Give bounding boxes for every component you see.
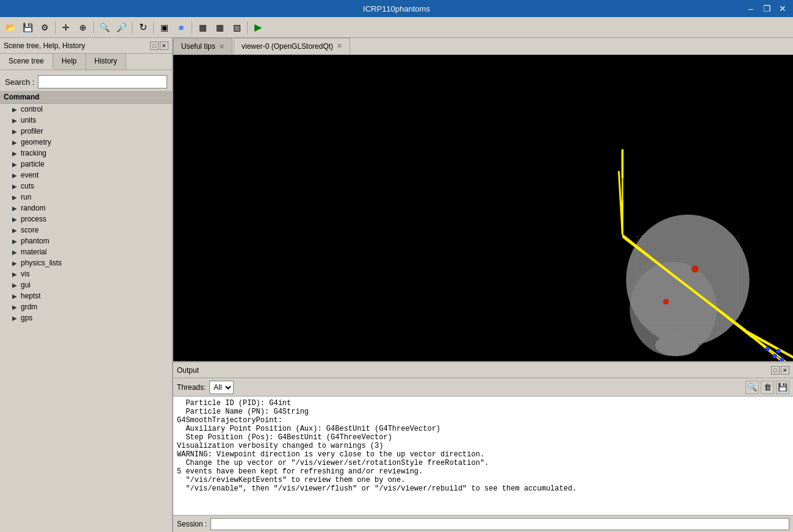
tree-item-physics-lists[interactable]: ▶physics_lists [0,257,172,268]
search-output-button[interactable]: 🔍 [745,381,759,394]
tree-item-random[interactable]: ▶random [0,203,172,214]
main-layout: Scene tree, Help, History □ ✕ Scene tree… [0,38,793,532]
tree-item-grdm[interactable]: ▶grdm [0,301,172,312]
tab-scene-tree[interactable]: Scene tree [0,54,53,70]
view1-button[interactable]: ▦ [195,20,210,35]
tree-item-heptst[interactable]: ▶heptst [0,290,172,301]
output-panel: Output □ ✕ Threads: All 🔍 🗑 💾 Particle I… [173,361,793,532]
arrow-icon: ▶ [12,150,18,157]
arrow-icon: ▶ [12,304,18,311]
main-toolbar: 📂 💾 ⚙ ✛ ⊕ 🔍 🔎 ↻ ▣ ■ ▦ ▦ ▧ ▶ [0,17,793,38]
tree-item-geometry[interactable]: ▶geometry [0,137,172,148]
left-panel: Scene tree, Help, History □ ✕ Scene tree… [0,38,173,532]
target-button[interactable]: ⊕ [75,20,91,35]
search-input[interactable] [38,75,167,88]
zoom-out-button[interactable]: 🔍 [96,20,112,35]
threads-label: Threads: [177,383,206,392]
separator-5 [192,21,192,34]
arrow-icon: ▶ [12,205,18,212]
arrow-icon: ▶ [12,282,18,289]
restore-button[interactable]: ❐ [761,3,772,14]
output-float-button[interactable]: □ [771,366,780,375]
tree-item-gui[interactable]: ▶gui [0,279,172,290]
rotate-button[interactable]: ↻ [135,20,151,35]
viewer-tab-label: Useful tips [181,42,215,51]
box-wire-button[interactable]: ▣ [156,20,172,35]
panel-header-buttons: □ ✕ [150,41,168,50]
tree-item-score[interactable]: ▶score [0,225,172,235]
play-button[interactable]: ▶ [250,20,266,35]
viewer-tabs: Useful tips ✕ viewer-0 (OpenGLStoredQt) … [173,38,793,55]
clear-output-button[interactable]: 🗑 [761,381,774,394]
left-panel-tabs: Scene tree Help History [0,54,172,70]
separator-6 [247,21,248,34]
svg-point-15 [773,354,777,358]
separator-4 [153,21,154,34]
view3-button[interactable]: ▧ [229,20,245,35]
tree-section: Command ▶control ▶units ▶profiler ▶geome… [0,91,172,532]
arrow-icon: ▶ [12,117,18,124]
box-solid-button[interactable]: ■ [173,20,189,35]
arrow-icon: ▶ [12,227,18,234]
arrow-icon: ▶ [12,106,18,113]
viewer-tab-useful-tips[interactable]: Useful tips ✕ [173,38,232,54]
tree-item-units[interactable]: ▶units [0,115,172,126]
tree-item-material[interactable]: ▶material [0,246,172,257]
tree-item-profiler[interactable]: ▶profiler [0,126,172,137]
arrow-icon: ▶ [12,194,18,201]
svg-point-5 [691,265,698,273]
tree-header: Command [0,91,172,104]
arrow-icon: ▶ [12,315,18,322]
tree-item-gps[interactable]: ▶gps [0,312,172,323]
arrow-icon: ▶ [12,161,18,168]
threads-select[interactable]: All [209,381,234,394]
tree-item-cuts[interactable]: ▶cuts [0,181,172,192]
arrow-icon: ▶ [12,128,18,135]
zoom-in-button[interactable]: 🔎 [113,20,129,35]
panel-header-label: Scene tree, Help, History [4,41,85,50]
arrow-icon: ▶ [12,293,18,300]
right-panel: Useful tips ✕ viewer-0 (OpenGLStoredQt) … [173,38,793,532]
3d-scene-canvas [173,55,793,361]
svg-point-14 [766,347,770,351]
save-output-button[interactable]: 💾 [776,381,789,394]
output-close-button[interactable]: ✕ [781,366,789,375]
separator-2 [93,21,94,34]
panel-float-button[interactable]: □ [150,41,159,50]
tree-item-process[interactable]: ▶process [0,214,172,225]
tree-item-run[interactable]: ▶run [0,192,172,203]
move-button[interactable]: ✛ [58,20,74,35]
separator-3 [132,21,132,34]
save-button[interactable]: 💾 [20,20,35,35]
tree-item-vis[interactable]: ▶vis [0,268,172,279]
arrow-icon: ▶ [12,238,18,245]
tree-item-particle[interactable]: ▶particle [0,159,172,170]
arrow-icon: ▶ [12,172,18,179]
titlebar: ICRP110phantoms – ❐ ✕ [0,0,793,17]
minimize-button[interactable]: – [745,3,756,14]
arrow-icon: ▶ [12,271,18,278]
session-label: Session : [177,520,207,528]
arrow-icon: ▶ [12,139,18,146]
tab-help[interactable]: Help [53,54,86,70]
output-toolbar: Threads: All 🔍 🗑 💾 [173,378,793,397]
session-input[interactable] [210,518,789,530]
close-button[interactable]: ✕ [777,3,788,14]
settings-button[interactable]: ⚙ [37,20,52,35]
tab-history[interactable]: History [86,54,126,70]
output-action-buttons: 🔍 🗑 💾 [745,381,789,394]
tree-item-phantom[interactable]: ▶phantom [0,235,172,246]
arrow-icon: ▶ [12,216,18,223]
open-button[interactable]: 📂 [2,20,18,35]
view2-button[interactable]: ▦ [212,20,228,35]
output-header: Output □ ✕ [173,362,793,378]
viewer-tab-close-icon[interactable]: ✕ [219,43,224,51]
tree-item-tracking[interactable]: ▶tracking [0,148,172,159]
tree-item-event[interactable]: ▶event [0,170,172,181]
panel-close-button[interactable]: ✕ [160,41,168,50]
viewport[interactable] [173,55,793,361]
viewer-tab-close-icon[interactable]: ✕ [337,42,342,50]
tree-item-control[interactable]: ▶control [0,104,172,115]
viewer-tab-opengl[interactable]: viewer-0 (OpenGLStoredQt) ✕ [234,38,350,54]
arrow-icon: ▶ [12,249,18,256]
